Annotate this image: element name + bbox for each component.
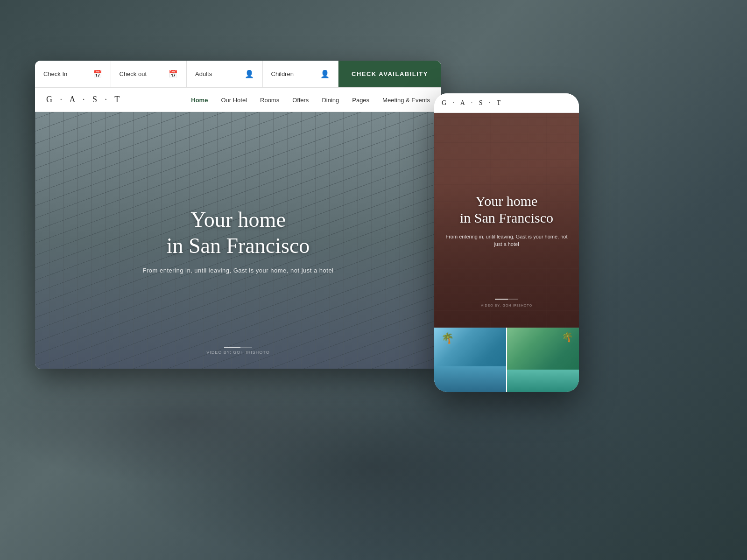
children-icon: 👤 xyxy=(320,70,330,78)
calendar-icon-2: 📅 xyxy=(169,70,178,78)
desktop-mockup: Check In 📅 Check out 📅 Adults 👤 Children… xyxy=(35,61,441,369)
desktop-navbar: G · A · S · T Home Our Hotel Rooms Offer… xyxy=(35,88,441,112)
desktop-logo: G · A · S · T xyxy=(46,95,122,105)
thumbnail-pool-left[interactable] xyxy=(434,328,506,392)
mobile-thumbnails xyxy=(434,328,579,392)
mobile-progress-fill xyxy=(495,299,508,300)
nav-home[interactable]: Home xyxy=(191,97,208,104)
mobile-hero: Your home in San Francisco From entering… xyxy=(434,113,579,328)
desktop-video-credit: VIDEO BY: GOH IRISHOTO xyxy=(206,350,269,355)
booking-bar: Check In 📅 Check out 📅 Adults 👤 Children… xyxy=(35,61,441,88)
thumbnail-pool-right[interactable] xyxy=(506,328,579,392)
check-availability-button[interactable]: CHECK AVAILABILITY xyxy=(338,61,441,87)
mobile-hero-content: Your home in San Francisco From entering… xyxy=(434,193,579,248)
mobile-navbar: G · A · S · T xyxy=(434,93,579,113)
mobile-progress-bar xyxy=(495,299,518,300)
desktop-progress-bar xyxy=(224,347,252,348)
desktop-nav-links: Home Our Hotel Rooms Offers Dining Pages… xyxy=(191,96,430,104)
calendar-icon: 📅 xyxy=(93,70,102,78)
check-in-field[interactable]: Check In 📅 xyxy=(35,61,111,87)
desktop-progress-fill xyxy=(224,347,240,348)
nav-meeting-events[interactable]: Meeting & Events xyxy=(382,97,430,104)
nav-rooms[interactable]: Rooms xyxy=(260,97,279,104)
children-field[interactable]: Children 👤 xyxy=(263,61,339,87)
check-out-field[interactable]: Check out 📅 xyxy=(111,61,187,87)
nav-offers[interactable]: Offers xyxy=(292,97,309,104)
hero-title-mobile: Your home in San Francisco xyxy=(444,193,570,226)
hero-content: Your home in San Francisco From entering… xyxy=(142,207,333,273)
mobile-video-credit: VIDEO BY: GOH IRISHOTO xyxy=(481,304,532,307)
nav-dining[interactable]: Dining xyxy=(322,97,339,104)
nav-pages[interactable]: Pages xyxy=(352,97,369,104)
mobile-mockup: G · A · S · T Your home in San Francisco… xyxy=(434,93,579,392)
adults-field[interactable]: Adults 👤 xyxy=(187,61,263,87)
hero-subtitle-desktop: From entering in, until leaving, Gast is… xyxy=(142,267,333,274)
hero-subtitle-mobile: From entering in, until leaving, Gast is… xyxy=(444,233,570,248)
desktop-hero: Your home in San Francisco From entering… xyxy=(35,112,441,369)
person-icon: 👤 xyxy=(245,70,254,78)
nav-our-hotel[interactable]: Our Hotel xyxy=(221,97,247,104)
hero-title-desktop: Your home in San Francisco xyxy=(142,207,333,258)
mobile-logo: G · A · S · T xyxy=(442,99,503,107)
